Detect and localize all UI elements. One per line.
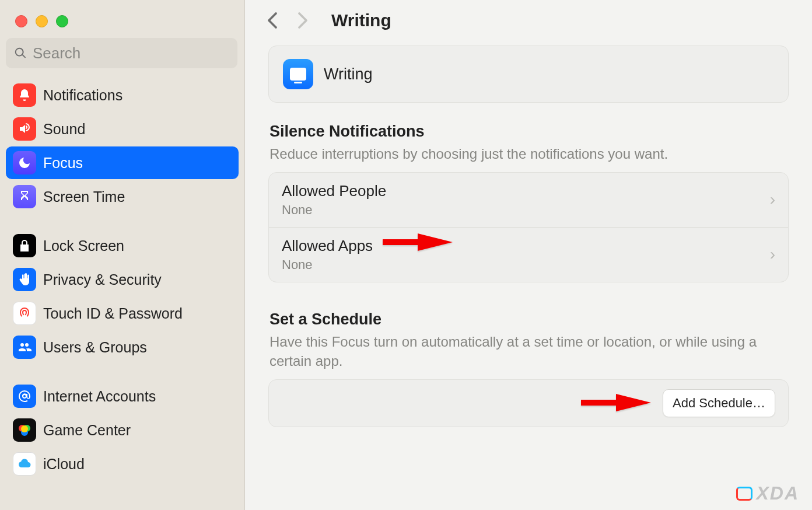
sidebar-item-label: Privacy & Security [43, 271, 162, 288]
search-icon [14, 46, 27, 60]
bell-icon [13, 83, 36, 107]
sidebar-item-users[interactable]: Users & Groups [6, 331, 239, 364]
section-schedule-header: Set a Schedule Have this Focus turn on a… [257, 310, 800, 371]
focus-title-panel: Writing [268, 46, 789, 103]
silence-list: Allowed People None › Allowed Apps None … [268, 172, 789, 282]
fingerprint-icon [13, 302, 36, 325]
sidebar-item-label: Users & Groups [43, 339, 147, 356]
section-subtitle: Reduce interruptions by choosing just th… [270, 144, 788, 164]
sidebar-item-label: Game Center [43, 422, 131, 439]
cloud-icon [13, 452, 36, 476]
row-value: None [282, 257, 373, 273]
sidebar-item-label: Screen Time [43, 188, 125, 205]
sidebar-item-game-center[interactable]: Game Center [6, 414, 239, 446]
sidebar-item-label: iCloud [43, 456, 85, 473]
chevron-left-icon [267, 12, 278, 29]
row-title: Allowed People [282, 182, 386, 200]
focus-name: Writing [324, 65, 373, 83]
annotation-arrow-icon [581, 390, 651, 417]
header: Writing [257, 0, 800, 42]
allowed-people-row[interactable]: Allowed People None › [269, 173, 788, 228]
sidebar-item-privacy[interactable]: Privacy & Security [6, 263, 239, 296]
svg-point-3 [21, 425, 28, 432]
sidebar-item-lock-screen[interactable]: Lock Screen [6, 229, 239, 262]
display-icon [283, 59, 313, 89]
allowed-apps-row[interactable]: Allowed Apps None › [269, 228, 788, 282]
chevron-right-icon: › [770, 245, 775, 264]
sidebar-item-label: Lock Screen [43, 237, 124, 254]
sidebar-item-screen-time[interactable]: Screen Time [6, 180, 239, 213]
sidebar-list: Notifications Sound Focus Screen Time Lo… [0, 79, 244, 481]
logo-icon [736, 487, 752, 501]
moon-icon [13, 151, 36, 174]
hand-icon [13, 268, 36, 291]
sidebar-item-internet[interactable]: Internet Accounts [6, 380, 239, 413]
forward-button[interactable] [294, 12, 312, 29]
sidebar-item-label: Sound [43, 121, 85, 138]
sidebar-item-label: Internet Accounts [43, 388, 156, 405]
chevron-right-icon: › [770, 190, 775, 209]
watermark: XDA [736, 483, 799, 504]
close-icon[interactable] [15, 15, 27, 27]
section-title: Set a Schedule [270, 310, 788, 329]
row-value: None [282, 202, 386, 218]
minimize-icon[interactable] [36, 15, 48, 27]
at-icon [13, 385, 36, 408]
main-content: Writing Writing Silence Notifications Re… [245, 0, 812, 510]
sidebar-item-touchid[interactable]: Touch ID & Password [6, 297, 239, 330]
sidebar-item-label: Notifications [43, 87, 123, 104]
sidebar-item-focus[interactable]: Focus [6, 146, 239, 179]
sidebar-item-notifications[interactable]: Notifications [6, 79, 239, 111]
sidebar-item-icloud[interactable]: iCloud [6, 448, 239, 480]
section-subtitle: Have this Focus turn on automatically at… [270, 332, 788, 371]
lock-icon [13, 234, 36, 257]
add-schedule-button[interactable]: Add Schedule… [663, 389, 775, 417]
search-input[interactable] [6, 38, 237, 68]
sidebar-item-label: Focus [43, 155, 83, 172]
window-controls [0, 7, 244, 38]
search-field[interactable] [33, 44, 229, 62]
row-title: Allowed Apps [282, 237, 373, 255]
section-title: Silence Notifications [270, 123, 788, 141]
fullscreen-icon[interactable] [56, 15, 68, 27]
sidebar-item-sound[interactable]: Sound [6, 113, 239, 145]
chevron-right-icon [297, 12, 309, 29]
users-icon [13, 336, 36, 359]
hourglass-icon [13, 185, 36, 208]
section-silence-header: Silence Notifications Reduce interruptio… [257, 123, 800, 164]
speaker-icon [13, 117, 36, 141]
watermark-text: XDA [756, 483, 799, 504]
page-title: Writing [331, 11, 391, 30]
sidebar: Notifications Sound Focus Screen Time Lo… [0, 0, 245, 510]
back-button[interactable] [264, 12, 281, 29]
schedule-panel: Add Schedule… [268, 379, 789, 427]
game-center-icon [13, 418, 36, 442]
sidebar-item-label: Touch ID & Password [43, 305, 183, 322]
annotation-arrow-icon [383, 230, 453, 257]
